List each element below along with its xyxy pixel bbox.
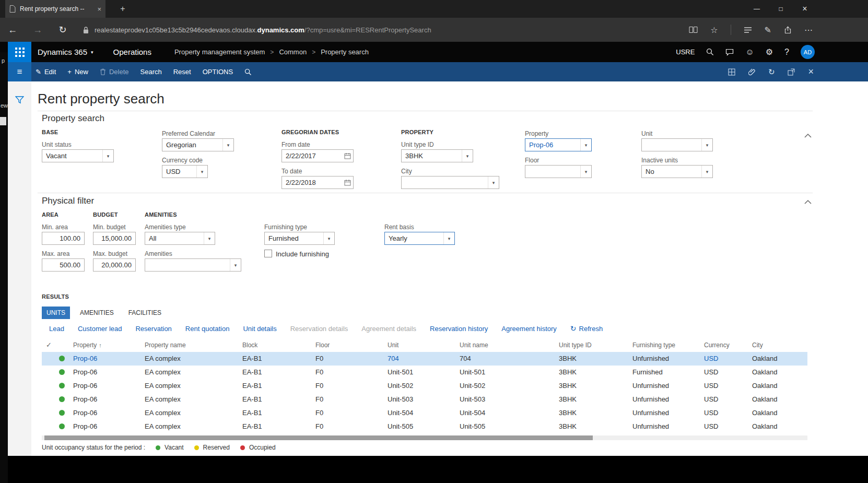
feedback-smiley-icon[interactable]: ☺ [745,48,754,57]
window-close-icon[interactable]: × [793,0,817,18]
refresh-grid-link[interactable]: ↻ Refresh [570,324,603,333]
lead-link[interactable]: Lead [49,325,64,333]
avatar[interactable]: AD [801,45,815,59]
include-furnishing-checkbox[interactable] [264,250,272,257]
breadcrumb-item-module[interactable]: Property management system [174,48,265,56]
hamburger-icon[interactable]: ≡ [8,62,31,81]
unit-status-select[interactable]: Vacant ▾ [42,149,114,162]
edit-button[interactable]: ✎ Edit [36,68,56,76]
column-header-furnishing-type[interactable]: Furnishing type [632,339,675,351]
calendar-icon[interactable] [342,179,353,186]
app-chevron-down-icon[interactable]: ▾ [91,50,93,55]
company-selector[interactable]: USRE [676,48,695,56]
inactive-units-select[interactable]: No ▾ [641,165,713,178]
column-header-property-name[interactable]: Property name [145,339,186,351]
cell-property[interactable]: Prop-06 [73,352,97,366]
hub-icon[interactable] [744,27,752,33]
close-icon[interactable]: × [808,66,814,77]
min-budget-input[interactable]: 15,000.00 [93,232,136,245]
cell-unit[interactable]: 704 [388,352,399,366]
reservation-link[interactable]: Reservation [135,325,171,333]
select-all-check-icon[interactable]: ✓ [46,339,52,351]
customer-lead-link[interactable]: Customer lead [78,325,122,333]
currency-code-select[interactable]: USD ▾ [162,165,208,178]
window-maximize-icon[interactable]: □ [769,0,793,18]
agreement-history-link[interactable]: Agreement history [501,325,557,333]
messages-icon[interactable] [725,49,734,56]
new-tab-button[interactable]: + [115,0,131,18]
column-header-unit[interactable]: Unit [388,339,398,351]
amenities-select[interactable]: ▾ [145,258,241,272]
to-date-input[interactable]: 2/22/2018 [281,176,354,189]
table-row[interactable]: Prop-06 EA complex EA-B1 F0 Unit-503 Uni… [42,393,807,406]
column-header-currency[interactable]: Currency [704,339,730,351]
web-note-icon[interactable]: ✎ [765,25,771,35]
page-refresh-icon[interactable]: ↻ [50,18,75,42]
unit-details-link[interactable]: Unit details [243,325,276,333]
column-header-block[interactable]: Block [242,339,257,351]
attachments-icon[interactable] [748,68,755,76]
preferred-calendar-select[interactable]: Gregorian ▾ [162,138,234,151]
reading-view-icon[interactable] [689,26,698,33]
action-pane-search-icon[interactable] [244,68,252,76]
section-header-property-search[interactable]: Property search [42,113,104,124]
breadcrumb-item-page[interactable]: Property search [321,48,369,56]
column-header-city[interactable]: City [752,339,763,351]
share-icon[interactable] [784,26,792,34]
reservation-history-link[interactable]: Reservation history [430,325,488,333]
table-row[interactable]: Prop-06 EA complex EA-B1 F0 Unit-504 Uni… [42,406,807,420]
max-budget-input[interactable]: 20,000.00 [93,258,136,272]
table-row[interactable]: Prop-06 EA complex EA-B1 F0 Unit-505 Uni… [42,420,807,433]
cell-currency[interactable]: USD [704,352,718,366]
furnishing-type-select[interactable]: Furnished ▾ [264,232,335,245]
url-field[interactable]: realestateprodev1c05be13c5b2946cedevaos.… [95,26,431,34]
section-header-physical-filter[interactable]: Physical filter [42,196,94,206]
settings-gear-icon[interactable]: ⚙ [766,47,773,57]
help-icon[interactable]: ? [784,48,789,57]
calendar-icon[interactable] [342,152,353,159]
unit-select[interactable]: ▾ [641,138,713,151]
max-area-input[interactable]: 500.00 [42,258,85,272]
filter-funnel-icon[interactable] [15,96,24,106]
more-icon[interactable]: ⋯ [804,25,813,35]
table-row[interactable]: Prop-06 EA complex EA-B1 F0 704 704 3BHK… [42,352,807,366]
rent-basis-select[interactable]: Yearly ▾ [384,232,455,245]
collapse-physical-filter-icon[interactable] [804,197,812,207]
table-row[interactable]: Prop-06 EA complex EA-B1 F0 Unit-501 Uni… [42,366,807,379]
tab-units[interactable]: UNITS [42,307,70,319]
column-header-floor[interactable]: Floor [315,339,330,351]
search-button[interactable]: Search [140,68,162,76]
forward-icon[interactable]: → [25,18,50,42]
property-select[interactable]: Prop-06 ▾ [525,138,592,151]
amenities-type-select[interactable]: All ▾ [145,232,215,245]
refresh-icon[interactable]: ↻ [768,67,775,77]
floor-select[interactable]: ▾ [525,165,592,178]
min-area-input[interactable]: 100.00 [42,232,85,245]
new-button[interactable]: + New [67,68,88,76]
reset-button[interactable]: Reset [173,68,191,76]
window-minimize-icon[interactable]: — [745,0,769,18]
open-in-new-window-icon[interactable] [788,68,795,76]
open-in-office-icon[interactable] [728,68,735,76]
browser-tab[interactable]: Rent property search -- × [5,0,105,18]
tab-facilities[interactable]: FACILITIES [124,307,166,319]
column-header-unit-type-id[interactable]: Unit type ID [559,339,592,351]
waffle-icon[interactable] [8,42,31,62]
collapse-property-search-icon[interactable] [804,131,812,140]
table-row[interactable]: Prop-06 EA complex EA-B1 F0 Unit-502 Uni… [42,379,807,393]
options-tab[interactable]: OPTIONS [203,68,233,76]
from-date-input[interactable]: 2/22/2017 [281,149,354,162]
horizontal-scrollbar[interactable] [42,435,807,440]
app-name[interactable]: Dynamics 365 [38,48,87,56]
breadcrumb-item-common[interactable]: Common [279,48,307,56]
column-header-unit-name[interactable]: Unit name [460,339,488,351]
favorites-icon[interactable]: ☆ [710,25,718,35]
search-icon[interactable] [706,48,714,56]
back-icon[interactable]: ← [0,18,25,42]
scrollbar-thumb[interactable] [44,435,593,440]
tab-close-icon[interactable]: × [97,5,101,13]
rent-quotation-link[interactable]: Rent quotation [185,325,230,333]
column-header-property[interactable]: Property↑ [73,339,102,351]
city-select[interactable]: ▾ [401,176,499,189]
unit-type-id-select[interactable]: 3BHK ▾ [401,149,473,162]
